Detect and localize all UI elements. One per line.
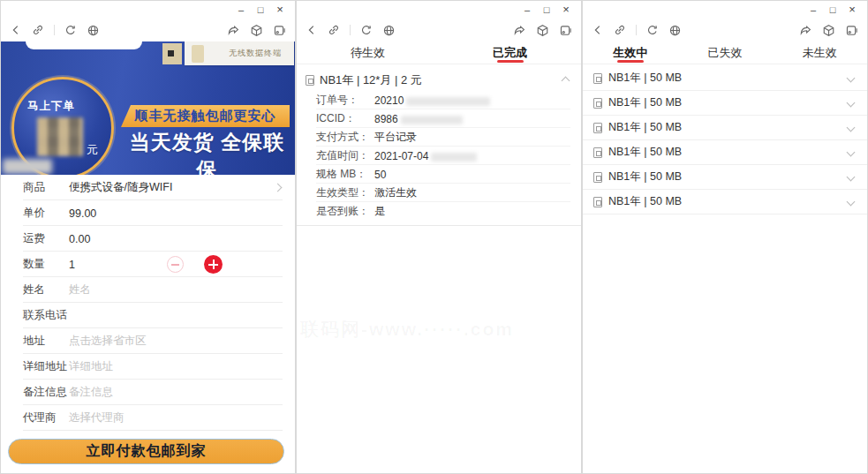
- window-active-packages: – □ × 生效中 已失效: [582, 0, 868, 474]
- form-row-detail-address[interactable]: 详细地址 详细地址: [1, 354, 295, 380]
- list-item[interactable]: NB1年 | 50 MB: [583, 165, 867, 190]
- pay-now-button[interactable]: 立即付款包邮到家: [8, 439, 284, 464]
- maximize-button[interactable]: □: [251, 1, 270, 19]
- address-picker[interactable]: 点击选择省市区: [69, 334, 147, 349]
- cube-icon[interactable]: [250, 24, 263, 37]
- devtools-panel-icon[interactable]: [845, 24, 858, 37]
- detail-label: 充值时间：: [316, 148, 374, 163]
- share-icon[interactable]: [227, 24, 240, 37]
- detail-address-input[interactable]: 详细地址: [69, 359, 113, 374]
- back-icon[interactable]: [592, 24, 604, 36]
- back-icon[interactable]: [10, 24, 22, 36]
- detail-label: ICCID：: [316, 111, 374, 126]
- link-icon[interactable]: [614, 24, 626, 36]
- share-icon[interactable]: [799, 24, 812, 37]
- form-row-remarks[interactable]: 备注信息 备注信息: [1, 380, 295, 405]
- globe-icon[interactable]: [382, 24, 396, 37]
- maximize-button[interactable]: □: [537, 1, 556, 19]
- quantity-minus-button[interactable]: [167, 256, 184, 273]
- form-row-name[interactable]: 姓名 姓名: [1, 277, 295, 303]
- package-doc-icon: [593, 123, 602, 133]
- order-card-header[interactable]: NB1年 | 12*月 | 2 元: [297, 70, 581, 91]
- toolbar-divider: [54, 25, 55, 35]
- product-photo-thumb: [162, 43, 182, 64]
- globe-icon[interactable]: [87, 24, 100, 37]
- toolbar: [1, 19, 295, 41]
- form-row-address[interactable]: 地址 点击选择省市区: [1, 328, 295, 354]
- blurred-price: [37, 117, 83, 156]
- refresh-icon[interactable]: [646, 24, 659, 36]
- quantity-plus-button[interactable]: [204, 255, 223, 274]
- chevron-down-icon: [847, 173, 856, 182]
- order-status-tabs: 待生效 已完成: [297, 41, 581, 64]
- banner-headline: 当天发货 全保联保: [123, 129, 291, 175]
- share-icon[interactable]: [513, 24, 526, 37]
- redacted-value: [406, 97, 490, 106]
- close-button[interactable]: ×: [556, 1, 576, 19]
- back-icon[interactable]: [306, 24, 318, 36]
- tab-expired[interactable]: 已失效: [677, 41, 772, 64]
- devtools-panel-icon[interactable]: [559, 24, 572, 37]
- detail-label: 规格 MB：: [316, 167, 374, 182]
- tab-completed[interactable]: 已完成: [439, 41, 581, 64]
- desktop-canvas: – □ × 无线数据终端: [0, 0, 868, 474]
- link-icon[interactable]: [328, 24, 340, 36]
- form-row-shipping: 运费 0.00: [1, 226, 295, 252]
- list-item[interactable]: NB1年 | 50 MB: [583, 190, 867, 214]
- detail-value: 平台记录: [374, 130, 417, 145]
- maximize-button[interactable]: □: [823, 1, 842, 19]
- detail-label: 是否到账：: [316, 204, 374, 219]
- redacted-value: [401, 116, 463, 124]
- field-label: 详细地址: [23, 359, 69, 374]
- form-row-unit-price: 单价 99.00: [1, 200, 295, 226]
- tab-active[interactable]: 生效中: [583, 41, 677, 64]
- form-row-product[interactable]: 商品 便携式设备/随身WIFI: [1, 175, 295, 200]
- form-row-agent[interactable]: 代理商 选择代理商: [1, 405, 295, 431]
- package-label: NB1年 | 50 MB: [608, 95, 848, 110]
- active-tab-underline: [617, 60, 644, 63]
- agent-picker[interactable]: 选择代理商: [69, 410, 125, 425]
- detail-value: 8986: [374, 113, 398, 125]
- list-item[interactable]: NB1年 | 50 MB: [583, 140, 867, 165]
- refresh-icon[interactable]: [64, 24, 77, 36]
- promo-banner: 无线数据终端 马上下单 元 顺丰无接触包邮更安心 当天发货 全保联保: [1, 41, 295, 175]
- cube-icon[interactable]: [822, 24, 835, 37]
- tab-label: 待生效: [351, 45, 385, 61]
- field-label: 商品: [23, 180, 69, 195]
- field-label: 运费: [23, 231, 69, 246]
- detail-row-effect-type: 生效类型： 激活生效: [316, 184, 581, 202]
- close-button[interactable]: ×: [270, 1, 290, 19]
- tab-pending[interactable]: 待生效: [297, 41, 439, 64]
- field-label: 数量: [23, 257, 69, 272]
- package-doc-icon: [593, 197, 602, 207]
- tab-not-effective[interactable]: 未生效: [773, 41, 867, 64]
- active-tab-underline: [497, 60, 524, 63]
- close-button[interactable]: ×: [842, 1, 862, 19]
- list-item[interactable]: NB1年 | 50 MB: [583, 91, 867, 116]
- package-label: NB1年 | 50 MB: [608, 169, 848, 184]
- detail-label: 生效类型：: [316, 185, 374, 200]
- field-label: 地址: [23, 334, 69, 349]
- field-value: 0.00: [69, 233, 90, 245]
- list-item[interactable]: NB1年 | 50 MB: [583, 116, 867, 140]
- redacted-value: [431, 153, 477, 162]
- minimize-button[interactable]: –: [517, 1, 537, 19]
- field-label: 代理商: [23, 410, 69, 425]
- form-row-phone[interactable]: 联系电话: [1, 303, 295, 328]
- chevron-right-icon: [274, 184, 283, 192]
- remarks-input[interactable]: 备注信息: [69, 385, 113, 400]
- minimize-button[interactable]: –: [231, 1, 251, 19]
- package-label: NB1年 | 50 MB: [608, 145, 848, 160]
- link-icon[interactable]: [32, 24, 44, 36]
- package-label: NB1年 | 50 MB: [608, 71, 848, 86]
- cube-icon[interactable]: [536, 24, 549, 37]
- detail-value: 是: [374, 204, 385, 219]
- list-item[interactable]: NB1年 | 50 MB: [583, 66, 867, 91]
- name-input[interactable]: 姓名: [69, 282, 91, 297]
- refresh-icon[interactable]: [360, 24, 373, 36]
- globe-icon[interactable]: [668, 24, 682, 37]
- devtools-panel-icon[interactable]: [273, 24, 286, 37]
- titlebar: – □ ×: [297, 1, 581, 19]
- minimize-button[interactable]: –: [804, 1, 823, 19]
- field-label: 备注信息: [23, 385, 69, 400]
